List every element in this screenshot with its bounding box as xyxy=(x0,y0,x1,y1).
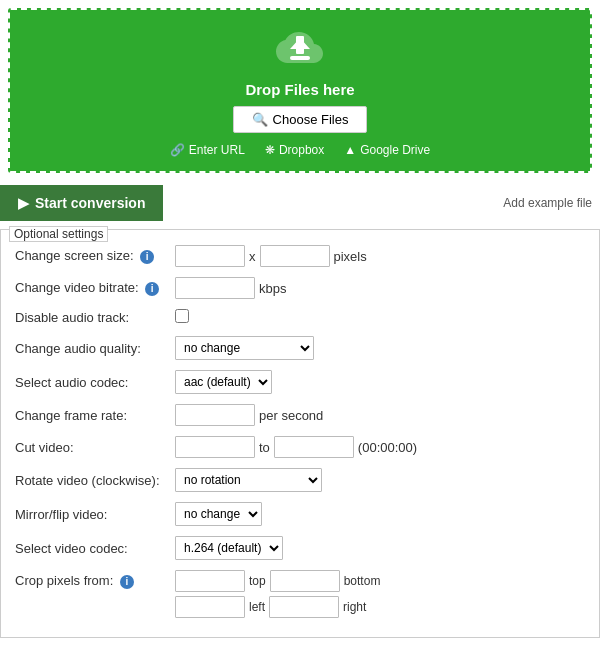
enter-url-link[interactable]: 🔗 Enter URL xyxy=(170,143,245,157)
dropbox-icon: ❋ xyxy=(265,143,275,157)
x-separator: x xyxy=(249,249,256,264)
to-label: to xyxy=(259,440,270,455)
audio-codec-select[interactable]: aac (default) mp3 ogg flac wav xyxy=(175,370,272,394)
screen-size-row: Change screen size: i x pixels xyxy=(11,240,589,272)
cut-end-input[interactable] xyxy=(274,436,354,458)
cut-start-input[interactable] xyxy=(175,436,255,458)
time-hint: (00:00:00) xyxy=(358,440,417,455)
start-conversion-button[interactable]: ▶ Start conversion xyxy=(0,185,163,221)
audio-quality-row: Change audio quality: no change very hig… xyxy=(11,331,589,365)
audio-quality-select[interactable]: no change very high (320 kbps) high (192… xyxy=(175,336,314,360)
video-codec-row: Select video codec: h.264 (default) h.26… xyxy=(11,531,589,565)
top-label: top xyxy=(249,574,266,588)
screen-height-input[interactable] xyxy=(260,245,330,267)
video-codec-select[interactable]: h.264 (default) h.265 mpeg-4 mpeg-2 theo… xyxy=(175,536,283,560)
screen-size-label: Change screen size: xyxy=(15,248,134,263)
rotate-video-row: Rotate video (clockwise): no rotation 90… xyxy=(11,463,589,497)
disable-audio-row: Disable audio track: xyxy=(11,304,589,331)
frame-rate-label: Change frame rate: xyxy=(15,408,127,423)
right-label: right xyxy=(343,600,366,614)
cut-video-label: Cut video: xyxy=(15,440,74,455)
crop-top-input[interactable] xyxy=(175,570,245,592)
video-bitrate-info-icon[interactable]: i xyxy=(145,282,159,296)
video-bitrate-row: Change video bitrate: i kbps xyxy=(11,272,589,304)
screen-size-info-icon[interactable]: i xyxy=(140,250,154,264)
left-label: left xyxy=(249,600,265,614)
crop-bottom-input[interactable] xyxy=(270,570,340,592)
screen-width-input[interactable] xyxy=(175,245,245,267)
start-bar: ▶ Start conversion Add example file xyxy=(0,181,600,225)
link-icon: 🔗 xyxy=(170,143,185,157)
crop-right-input[interactable] xyxy=(269,596,339,618)
rotate-video-select[interactable]: no rotation 90° clockwise 90° counter-cl… xyxy=(175,468,322,492)
kbps-label: kbps xyxy=(259,281,286,296)
crop-pixels-label: Crop pixels from: xyxy=(15,573,113,588)
disable-audio-checkbox[interactable] xyxy=(175,309,189,323)
audio-codec-label: Select audio codec: xyxy=(15,375,128,390)
settings-table: Change screen size: i x pixels Change vi… xyxy=(11,240,589,623)
crop-left-input[interactable] xyxy=(175,596,245,618)
frame-rate-row: Change frame rate: per second xyxy=(11,399,589,431)
crop-pixels-info-icon[interactable]: i xyxy=(120,575,134,589)
add-example-link[interactable]: Add example file xyxy=(503,196,592,210)
choose-files-button[interactable]: 🔍 Choose Files xyxy=(233,106,368,133)
optional-settings-section: Optional settings Change screen size: i … xyxy=(0,229,600,638)
frame-rate-input[interactable] xyxy=(175,404,255,426)
crop-pixels-row: Crop pixels from: i top bottom left xyxy=(11,565,589,623)
dropbox-link[interactable]: ❋ Dropbox xyxy=(265,143,324,157)
search-icon: 🔍 xyxy=(252,112,268,127)
optional-settings-legend: Optional settings xyxy=(9,226,108,242)
audio-quality-label: Change audio quality: xyxy=(15,341,141,356)
mirror-video-label: Mirror/flip video: xyxy=(15,507,107,522)
bottom-label: bottom xyxy=(344,574,381,588)
disable-audio-label: Disable audio track: xyxy=(15,310,129,325)
cut-video-row: Cut video: to (00:00:00) xyxy=(11,431,589,463)
start-label: Start conversion xyxy=(35,195,145,211)
drop-zone[interactable]: Drop Files here 🔍 Choose Files 🔗 Enter U… xyxy=(8,8,592,173)
video-codec-label: Select video codec: xyxy=(15,541,128,556)
mirror-video-row: Mirror/flip video: no change horizontal … xyxy=(11,497,589,531)
video-bitrate-label: Change video bitrate: xyxy=(15,280,139,295)
rotate-video-label: Rotate video (clockwise): xyxy=(15,473,160,488)
per-second-label: per second xyxy=(259,408,323,423)
upload-icon xyxy=(20,28,580,77)
video-bitrate-input[interactable] xyxy=(175,277,255,299)
audio-codec-row: Select audio codec: aac (default) mp3 og… xyxy=(11,365,589,399)
mirror-video-select[interactable]: no change horizontal vertical xyxy=(175,502,262,526)
drive-icon: ▲ xyxy=(344,143,356,157)
svg-rect-3 xyxy=(290,56,310,60)
drop-text: Drop Files here xyxy=(20,81,580,98)
arrow-icon: ▶ xyxy=(18,195,29,211)
choose-files-label: Choose Files xyxy=(273,112,349,127)
google-drive-link[interactable]: ▲ Google Drive xyxy=(344,143,430,157)
pixels-label: pixels xyxy=(334,249,367,264)
drop-links: 🔗 Enter URL ❋ Dropbox ▲ Google Drive xyxy=(20,143,580,157)
